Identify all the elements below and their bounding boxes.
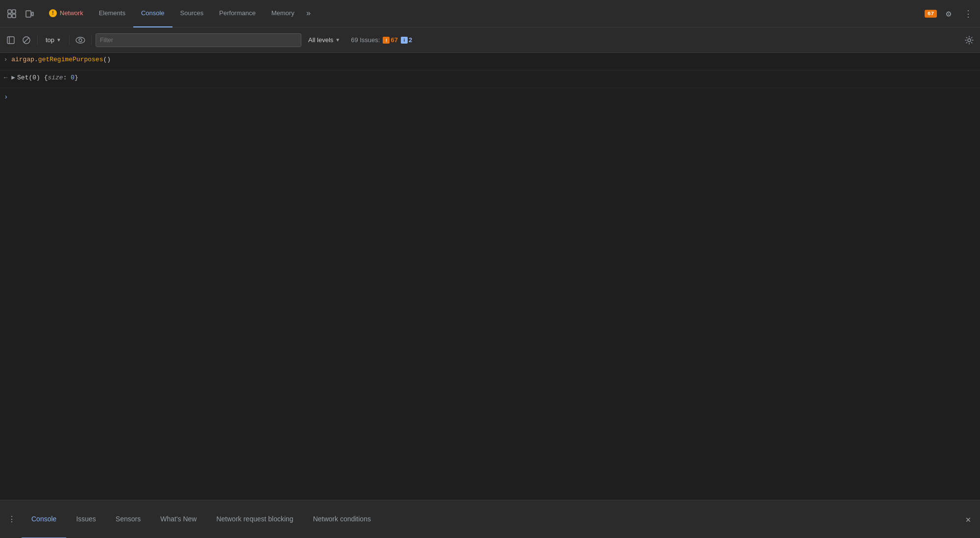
bottom-tab-issues-label: Issues bbox=[76, 515, 96, 523]
svg-rect-4 bbox=[26, 11, 31, 17]
bottom-tab-whats-new-label: What's New bbox=[160, 515, 196, 523]
tab-elements-label: Elements bbox=[99, 9, 125, 17]
tab-memory[interactable]: Memory bbox=[264, 0, 302, 27]
tab-network-label: Network bbox=[60, 9, 83, 17]
console-toolbar: top ▼ All levels ▼ 69 Issues: ! 67 i 2 bbox=[0, 27, 980, 53]
settings-icon[interactable]: ⚙ bbox=[941, 6, 956, 22]
input-arrow-icon: › bbox=[4, 56, 7, 63]
tab-elements[interactable]: Elements bbox=[91, 0, 133, 27]
levels-label: All levels bbox=[308, 36, 333, 44]
tab-sources-label: Sources bbox=[180, 9, 204, 17]
issues-text: 69 Issues: bbox=[351, 36, 380, 44]
bottom-tab-network-conditions[interactable]: Network conditions bbox=[303, 500, 381, 538]
tab-sources[interactable]: Sources bbox=[172, 0, 212, 27]
console-command: airgap.getRegimePurposes() bbox=[11, 56, 111, 63]
devtools-icons bbox=[4, 6, 37, 22]
bottom-tab-sensors-label: Sensors bbox=[116, 515, 141, 523]
context-selector[interactable]: top ▼ bbox=[42, 35, 65, 45]
toolbar-divider-1 bbox=[37, 35, 38, 45]
context-chevron-icon: ▼ bbox=[56, 37, 61, 43]
eye-icon[interactable] bbox=[74, 33, 87, 47]
console-output-line[interactable]: ← ▶ Set(0) {size: 0} bbox=[0, 71, 980, 88]
tab-memory-label: Memory bbox=[271, 9, 294, 17]
bottom-tab-network-request-blocking[interactable]: Network request blocking bbox=[206, 500, 303, 538]
bottom-tab-issues[interactable]: Issues bbox=[66, 500, 105, 538]
bottom-bar: ⋮ Console Issues Sensors What's New Netw… bbox=[0, 500, 980, 538]
nav-more-button[interactable]: » bbox=[302, 9, 315, 18]
svg-point-10 bbox=[76, 37, 85, 43]
tab-console-label: Console bbox=[141, 9, 165, 17]
warn-count: ! 67 bbox=[383, 36, 397, 44]
prompt-icon: › bbox=[4, 93, 8, 101]
bottom-tab-sensors[interactable]: Sensors bbox=[106, 500, 150, 538]
bottom-more-icon[interactable]: ⋮ bbox=[4, 514, 20, 524]
context-label: top bbox=[46, 36, 54, 44]
svg-point-12 bbox=[968, 39, 971, 42]
tab-console[interactable]: Console bbox=[133, 0, 172, 27]
bottom-tab-whats-new[interactable]: What's New bbox=[150, 500, 206, 538]
bottom-tab-console[interactable]: Console bbox=[22, 500, 66, 538]
console-settings-icon[interactable] bbox=[962, 33, 976, 47]
bottom-tab-network-request-blocking-label: Network request blocking bbox=[216, 515, 293, 523]
svg-rect-6 bbox=[7, 37, 14, 44]
filter-input[interactable] bbox=[96, 33, 301, 47]
info-badge-icon: i bbox=[401, 37, 408, 44]
tab-performance-label: Performance bbox=[219, 9, 255, 17]
sidebar-toggle-button[interactable] bbox=[4, 33, 18, 47]
info-count: i 2 bbox=[401, 36, 412, 44]
levels-selector[interactable]: All levels ▼ bbox=[303, 35, 345, 45]
main-nav-tabs: ! Network Elements Console Sources Perfo… bbox=[41, 0, 925, 27]
tab-performance[interactable]: Performance bbox=[211, 0, 263, 27]
svg-rect-2 bbox=[8, 14, 11, 18]
console-input-line[interactable]: › airgap.getRegimePurposes() bbox=[0, 53, 980, 71]
console-result: Set(0) {size: 0} bbox=[17, 74, 78, 81]
issues-badge[interactable]: 67 bbox=[925, 10, 937, 18]
bottom-close-button[interactable]: ✕ bbox=[960, 512, 976, 527]
issues-count-area: 69 Issues: ! 67 i 2 bbox=[351, 36, 412, 44]
bottom-tab-network-conditions-label: Network conditions bbox=[313, 515, 371, 523]
console-prompt-line[interactable]: › bbox=[0, 88, 980, 106]
info-count-label: 2 bbox=[409, 36, 412, 44]
network-warning-icon: ! bbox=[49, 9, 57, 17]
clear-console-button[interactable] bbox=[20, 33, 33, 47]
return-arrow-icon: ← bbox=[4, 74, 7, 81]
more-options-icon[interactable]: ⋮ bbox=[960, 6, 976, 22]
top-nav: ! Network Elements Console Sources Perfo… bbox=[0, 0, 980, 27]
svg-rect-3 bbox=[12, 14, 16, 18]
svg-rect-5 bbox=[32, 12, 33, 16]
svg-rect-1 bbox=[12, 10, 16, 13]
nav-right-area: 67 ⚙ ⋮ bbox=[925, 6, 976, 22]
console-output: › airgap.getRegimePurposes() ← ▶ Set(0) … bbox=[0, 53, 980, 500]
tab-network[interactable]: ! Network bbox=[41, 0, 91, 27]
levels-chevron-icon: ▼ bbox=[335, 37, 340, 43]
toolbar-divider-2 bbox=[69, 35, 70, 45]
bottom-tab-console-label: Console bbox=[31, 515, 56, 523]
toolbar-divider-3 bbox=[91, 35, 92, 45]
svg-rect-0 bbox=[8, 10, 11, 13]
device-toolbar-icon[interactable] bbox=[22, 6, 37, 22]
expand-triangle-icon[interactable]: ▶ bbox=[11, 73, 15, 81]
svg-point-11 bbox=[79, 39, 82, 42]
warn-count-label: 67 bbox=[391, 36, 397, 44]
code-object: airgap bbox=[11, 56, 34, 63]
devtools-toggle-icon[interactable] bbox=[4, 6, 20, 22]
svg-line-9 bbox=[24, 38, 29, 43]
warn-badge-icon: ! bbox=[383, 37, 390, 44]
